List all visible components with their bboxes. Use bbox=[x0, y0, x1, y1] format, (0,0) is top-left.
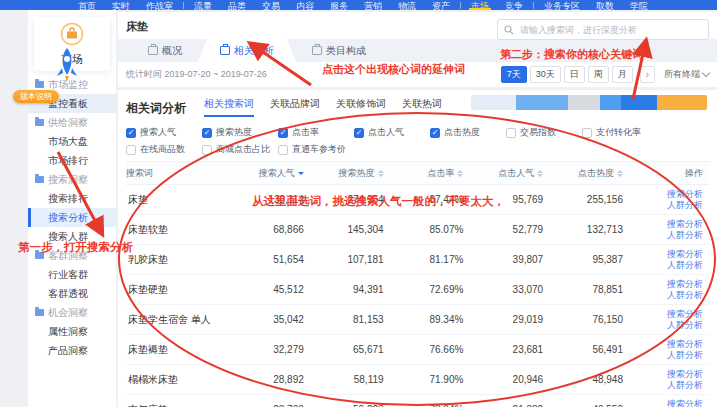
nav-item-assets[interactable]: 资产 bbox=[424, 0, 458, 10]
sidebar-header-search-insight[interactable]: 搜索洞察 bbox=[28, 170, 116, 189]
tab-brand-words[interactable]: 关联品牌词 bbox=[270, 97, 320, 117]
date-30d-button[interactable]: 30天 bbox=[530, 66, 561, 83]
search-word[interactable]: 榻榻米床垫 bbox=[126, 373, 244, 387]
checkbox-unchecked-icon[interactable] bbox=[126, 145, 136, 155]
sidebar-item-product-insight[interactable]: 产品洞察 bbox=[28, 341, 116, 360]
date-day-button[interactable]: 日 bbox=[564, 66, 585, 83]
sidebar-item-market-ranking[interactable]: 市场排行 bbox=[28, 151, 116, 170]
sidebar-item-search-ranking[interactable]: 搜索排行 bbox=[28, 189, 116, 208]
nav-item-marketing[interactable]: 营销 bbox=[356, 0, 390, 10]
col-click-popularity[interactable]: 点击人气 bbox=[483, 167, 563, 180]
search-analysis-link[interactable]: 搜索分析 bbox=[643, 189, 703, 200]
checkbox-checked-icon[interactable]: ✓ bbox=[126, 128, 136, 138]
tab-hot-words[interactable]: 关联热词 bbox=[402, 97, 442, 117]
search-analysis-link[interactable]: 搜索分析 bbox=[643, 339, 703, 350]
search-word[interactable]: 床垫软垫 bbox=[126, 223, 244, 237]
col-click-heat[interactable]: 点击热度 bbox=[563, 167, 643, 180]
search-word[interactable]: 床垫 bbox=[126, 193, 244, 207]
sidebar-item-search-analysis[interactable]: 搜索分析 bbox=[28, 208, 116, 227]
metric-search-heat[interactable]: ✓搜索热度 bbox=[202, 126, 278, 139]
nav-item-service[interactable]: 服务 bbox=[322, 0, 356, 10]
checkbox-checked-icon[interactable]: ✓ bbox=[278, 128, 288, 138]
search-analysis-link[interactable]: 搜索分析 bbox=[643, 219, 703, 230]
sidebar-header-customer-insight[interactable]: 客群洞察 bbox=[28, 246, 116, 265]
sidebar-item-market-overview[interactable]: 市场大盘 bbox=[28, 132, 116, 151]
audience-analysis-link[interactable]: 人群分析 bbox=[643, 290, 703, 301]
search-analysis-link[interactable]: 搜索分析 bbox=[643, 249, 703, 260]
checkbox-checked-icon[interactable]: ✓ bbox=[430, 128, 440, 138]
tab-modifier-words[interactable]: 关联修饰词 bbox=[336, 97, 386, 117]
search-word[interactable]: 乳胶床垫 bbox=[126, 253, 244, 267]
nav-item-market-active[interactable]: 市场 bbox=[463, 0, 497, 10]
audience-analysis-link[interactable]: 人群分析 bbox=[643, 260, 703, 271]
sidebar-header-supply-insight[interactable]: 供给洞察 bbox=[28, 113, 116, 132]
terminal-dropdown[interactable]: 所有终端 bbox=[664, 68, 709, 81]
sort-icon[interactable] bbox=[298, 172, 304, 175]
metric-trade-index[interactable]: 交易指数 bbox=[506, 126, 582, 139]
col-click-rate[interactable]: 点击率 bbox=[404, 167, 484, 180]
date-month-button[interactable]: 月 bbox=[612, 66, 633, 83]
col-search-popularity[interactable]: 搜索人气 bbox=[244, 167, 324, 180]
nav-item-content[interactable]: 内容 bbox=[288, 0, 322, 10]
tab-related-search-words[interactable]: 相关搜索词 bbox=[204, 97, 254, 117]
metric-click-heat[interactable]: ✓点击热度 bbox=[430, 126, 506, 139]
metric-online-products[interactable]: 在线商品数 bbox=[126, 143, 202, 156]
sort-icon[interactable] bbox=[378, 170, 384, 177]
nav-item-logistics[interactable]: 物流 bbox=[390, 0, 424, 10]
metric-mall-click-share[interactable]: 商城点击占比 bbox=[202, 143, 278, 156]
sidebar-item-customer-perspective[interactable]: 客群透视 bbox=[28, 284, 116, 303]
audience-analysis-link[interactable]: 人群分析 bbox=[643, 350, 703, 361]
search-word[interactable]: 床垫学生宿舍 单人 bbox=[126, 313, 244, 327]
nav-item-home[interactable]: 首页 bbox=[70, 0, 104, 10]
date-week-button[interactable]: 周 bbox=[588, 66, 609, 83]
rocket-icon[interactable] bbox=[52, 46, 82, 88]
nav-item-realtime[interactable]: 实时 bbox=[104, 0, 138, 10]
nav-item-warroom[interactable]: 作战室 bbox=[138, 0, 181, 10]
checkbox-unchecked-icon[interactable] bbox=[506, 128, 516, 138]
search-analysis-link[interactable]: 搜索分析 bbox=[643, 309, 703, 320]
search-analysis-link[interactable]: 搜索分析 bbox=[643, 279, 703, 290]
search-word[interactable]: 充气床垫 bbox=[126, 403, 244, 407]
search-input[interactable] bbox=[518, 24, 702, 36]
search-analysis-link[interactable]: 搜索分析 bbox=[643, 369, 703, 380]
audience-analysis-link[interactable]: 人群分析 bbox=[643, 230, 703, 241]
tab-related-analysis[interactable]: 相关分析 bbox=[198, 39, 296, 62]
search-analysis-link[interactable]: 搜索分析 bbox=[643, 399, 703, 407]
search-word[interactable]: 床垫褥垫 bbox=[126, 343, 244, 357]
tab-category-composition[interactable]: 类目构成 bbox=[296, 39, 382, 62]
nav-item-academy[interactable]: 学院 bbox=[622, 0, 656, 10]
sidebar-item-search-audience[interactable]: 搜索人群 bbox=[28, 227, 116, 246]
checkbox-unchecked-icon[interactable] bbox=[278, 145, 288, 155]
search-box[interactable] bbox=[497, 19, 709, 40]
sidebar-item-attribute-insight[interactable]: 属性洞察 bbox=[28, 322, 116, 341]
metric-click-rate[interactable]: ✓点击率 bbox=[278, 126, 354, 139]
col-search-heat[interactable]: 搜索热度 bbox=[324, 167, 404, 180]
nav-item-data-fetch[interactable]: 取数 bbox=[588, 0, 622, 10]
checkbox-unchecked-icon[interactable] bbox=[582, 128, 592, 138]
sort-icon[interactable] bbox=[617, 170, 623, 177]
nav-item-category[interactable]: 品类 bbox=[220, 0, 254, 10]
metric-ztc-ref-price[interactable]: 直通车参考价 bbox=[278, 143, 354, 156]
audience-analysis-link[interactable]: 人群分析 bbox=[643, 200, 703, 211]
checkbox-checked-icon[interactable]: ✓ bbox=[354, 128, 364, 138]
sort-icon[interactable] bbox=[457, 170, 463, 177]
date-7d-button[interactable]: 7天 bbox=[501, 66, 527, 83]
nav-item-biz-zone[interactable]: 业务专区 bbox=[536, 0, 588, 10]
tab-overview[interactable]: 概况 bbox=[132, 39, 198, 62]
checkbox-unchecked-icon[interactable] bbox=[202, 145, 212, 155]
nav-item-competition[interactable]: 竞争 bbox=[497, 0, 531, 10]
metric-click-popularity[interactable]: ✓点击人气 bbox=[354, 126, 430, 139]
search-word[interactable]: 床垫硬垫 bbox=[126, 283, 244, 297]
metric-pay-conversion[interactable]: 支付转化率 bbox=[582, 126, 658, 139]
sidebar-header-opportunity-insight[interactable]: 机会洞察 bbox=[28, 303, 116, 322]
nav-item-traffic[interactable]: 流量 bbox=[186, 0, 220, 10]
sort-icon[interactable] bbox=[537, 170, 543, 177]
checkbox-checked-icon[interactable]: ✓ bbox=[202, 128, 212, 138]
version-badge[interactable]: 版本说明 bbox=[13, 90, 59, 103]
nav-item-trade[interactable]: 交易 bbox=[254, 0, 288, 10]
next-page-button[interactable]: › bbox=[640, 66, 655, 83]
sidebar-item-industry-customers[interactable]: 行业客群 bbox=[28, 265, 116, 284]
audience-analysis-link[interactable]: 人群分析 bbox=[643, 320, 703, 331]
audience-analysis-link[interactable]: 人群分析 bbox=[643, 380, 703, 391]
metric-search-popularity[interactable]: ✓搜索人气 bbox=[126, 126, 202, 139]
